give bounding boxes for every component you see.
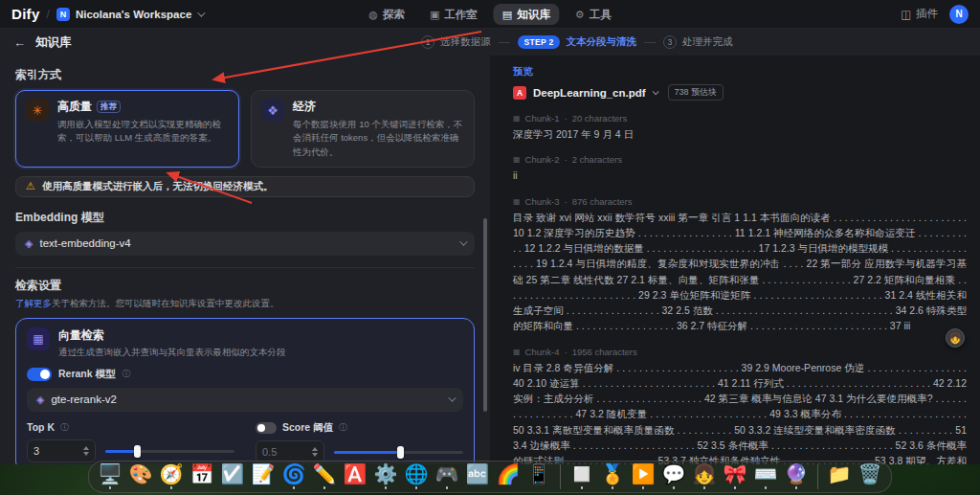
high-quality-icon: ✳ — [26, 99, 49, 122]
topk-slider[interactable] — [105, 444, 234, 458]
chunk-text: 目录 致谢 xvi 网站 xxii 数学符号 xxiii 第一章 引言 1 1.… — [513, 210, 967, 334]
nav-item-tools[interactable]: ⚙ 工具 — [566, 4, 621, 25]
dock-design-app-icon[interactable]: 🎀 — [723, 462, 747, 491]
pdf-file-icon: A — [513, 86, 526, 100]
user-avatar[interactable]: N — [949, 5, 969, 24]
dock-notes-icon[interactable]: 📝 — [251, 462, 276, 491]
vector-search-card[interactable]: ▦ 向量检索 通过生成查询嵌入并查询与其向量表示最相似的文本分段 Rerank … — [15, 318, 475, 464]
dock-settings-icon[interactable]: ⚙️ — [373, 462, 398, 491]
dot-separator: · — [564, 347, 567, 357]
retrieval-settings-title: 检索设置 — [15, 278, 475, 294]
option-high-quality[interactable]: ✳ 高质量 推荐 调用嵌入模型处理文档以实现更精确的检索，可以帮助 LLM 生成… — [15, 90, 239, 168]
rerank-label: Rerank 模型 — [58, 368, 116, 381]
chunk-grid-icon: ▦ — [513, 155, 521, 164]
rerank-model-value: gte-rerank-v2 — [51, 394, 116, 405]
info-icon: ⓘ — [339, 421, 347, 434]
step-2: STEP 2 文本分段与清洗 — [518, 35, 636, 49]
chunk-item: ▦ Chunk-2 · 2 characters ii — [513, 154, 967, 183]
workspace-name[interactable]: Nicolana's Workspace — [76, 9, 191, 20]
floating-avatar-widget[interactable]: 👧 — [946, 328, 965, 348]
dock-reminders-icon[interactable]: ☑️ — [220, 462, 245, 491]
dock-obsidian-icon[interactable]: 🔮 — [784, 462, 809, 491]
learn-more-link[interactable]: 了解更多 — [15, 298, 52, 308]
chevron-down-icon[interactable] — [652, 88, 658, 95]
dock-app-store-icon[interactable]: 🅰️ — [343, 462, 368, 491]
chunk-char-count: 1956 characters — [572, 347, 637, 357]
info-icon: ⓘ — [60, 421, 69, 434]
chunk-id: Chunk-1 — [525, 113, 560, 124]
option-economy[interactable]: ❖ 经济 每个数据块使用 10 个关键词进行检索，不会消耗任何 tokens，但… — [251, 90, 475, 168]
dock-chrome-icon[interactable]: 🌐 — [404, 462, 429, 491]
embedding-model-select[interactable]: ◈ text-embedding-v4 — [15, 232, 475, 256]
chunk-item: ▦ Chunk-1 · 20 characters 深度学习 2017 年 9 … — [513, 113, 967, 142]
back-arrow-icon[interactable]: ← — [13, 35, 26, 50]
dock-colors-icon[interactable]: 🌈 — [496, 462, 521, 491]
chunk-item: ▦ Chunk-4 · 1956 characters iv 目录 2.8 奇异… — [513, 347, 967, 464]
dock-notes-app-icon[interactable]: ◻️ — [569, 462, 594, 491]
plugins-button[interactable]: ◫ 插件 — [901, 7, 938, 21]
dock-downloads-icon[interactable]: 📁 — [827, 462, 852, 491]
scrollbar-thumb[interactable] — [483, 218, 487, 412]
preview-file-name[interactable]: DeepLearning_cn.pdf — [533, 87, 646, 99]
model-icon: ◈ — [25, 237, 33, 250]
dot-separator: · — [564, 196, 567, 207]
topk-stepper[interactable] — [83, 446, 89, 456]
model-icon: ◈ — [36, 394, 44, 406]
dock-editor-icon[interactable]: ✏️ — [312, 462, 337, 491]
dock-wechat-icon[interactable]: 💬 — [661, 462, 686, 491]
dock-badge-app-icon[interactable]: 🏅 — [600, 462, 625, 491]
sub-header: ← 知识库 1 选择数据源 STEP 2 文本分段与清洗 3 处理并完成 — [0, 29, 980, 56]
nav-label: 工具 — [590, 8, 612, 22]
dock-terminal-icon[interactable]: ⌨️ — [753, 462, 778, 491]
topk-label: Top K — [27, 421, 55, 433]
preview-tab[interactable]: 预览 — [513, 65, 967, 79]
topbar-right: ◫ 插件 N — [901, 5, 969, 24]
dock-iphone-mirroring-icon[interactable]: 📱 — [526, 462, 551, 491]
dot-separator: · — [564, 113, 567, 124]
chunk-char-count: 876 characters — [572, 196, 633, 207]
dock-game-icon[interactable]: 🎮 — [434, 462, 459, 491]
preview-panel: 预览 A DeepLearning_cn.pdf 738 预估块 ▦ Chunk… — [490, 56, 980, 464]
dock-trash-icon[interactable]: 🗑️ — [858, 462, 882, 491]
dock-translate-icon[interactable]: 🔤 — [465, 462, 490, 491]
score-threshold-input[interactable]: 0.5 — [256, 440, 324, 463]
nav-item-explore[interactable]: ◍ 探索 — [359, 4, 414, 25]
chunk-grid-icon: ▦ — [513, 348, 521, 356]
dify-logo: Dify — [11, 6, 40, 22]
avatar-girl-icon: 👧 — [948, 332, 962, 345]
nav-item-studio[interactable]: ▣ 工作室 — [420, 4, 487, 25]
dock-send-app-icon[interactable]: ▶️ — [631, 462, 656, 491]
warning-text: 使用高质量模式进行嵌入后，无法切换回经济模式。 — [42, 180, 274, 193]
dock-freeform-icon[interactable]: 🌀 — [281, 462, 306, 491]
chevron-down-icon — [448, 394, 456, 401]
topk-input[interactable]: 3 — [27, 439, 96, 462]
rerank-toggle[interactable] — [27, 368, 52, 381]
dock-safari-icon[interactable]: 🧭 — [159, 462, 184, 491]
nav-item-knowledge[interactable]: ▤ 知识库 — [493, 4, 560, 25]
nav-label: 工作室 — [444, 8, 478, 22]
retrieval-hint: 了解更多关于检索方法。您可以随时在知识库设置中更改此设置。 — [15, 298, 475, 310]
dock-launchpad-icon[interactable]: 🎨 — [128, 462, 153, 491]
chevron-down-icon — [459, 238, 467, 246]
embedding-model-title: Embedding 模型 — [15, 210, 475, 226]
step-1-number: 1 — [421, 35, 434, 49]
chevron-down-icon[interactable] — [197, 9, 205, 16]
knowledge-icon: ▤ — [502, 9, 512, 21]
chunk-id: Chunk-4 — [525, 347, 560, 357]
rerank-model-select[interactable]: ◈ gte-rerank-v2 — [27, 388, 463, 412]
hint-text: 关于检索方法。您可以随时在知识库设置中更改此设置。 — [52, 298, 279, 308]
score-threshold-toggle[interactable] — [256, 422, 277, 434]
dify-app-window: Dify / N Nicolana's Workspace ◍ 探索 ▣ 工作室… — [0, 0, 980, 464]
score-threshold-slider[interactable] — [334, 445, 463, 459]
score-stepper[interactable] — [312, 447, 318, 457]
vector-search-icon: ▦ — [27, 327, 50, 350]
chunk-id: Chunk-3 — [525, 196, 560, 207]
topk-control: Top K ⓘ 3 — [27, 421, 234, 463]
dock-finder-icon[interactable]: 🖥️ — [98, 462, 122, 491]
dock-calendar-icon[interactable]: 📅 — [189, 462, 214, 491]
score-threshold-label: Score 阈值 — [282, 421, 333, 435]
dock-avatar-app-icon[interactable]: 👧 — [692, 462, 717, 491]
step-1: 1 选择数据源 — [421, 35, 491, 49]
step-divider — [499, 42, 510, 43]
step-2-pill: STEP 2 — [518, 35, 561, 49]
